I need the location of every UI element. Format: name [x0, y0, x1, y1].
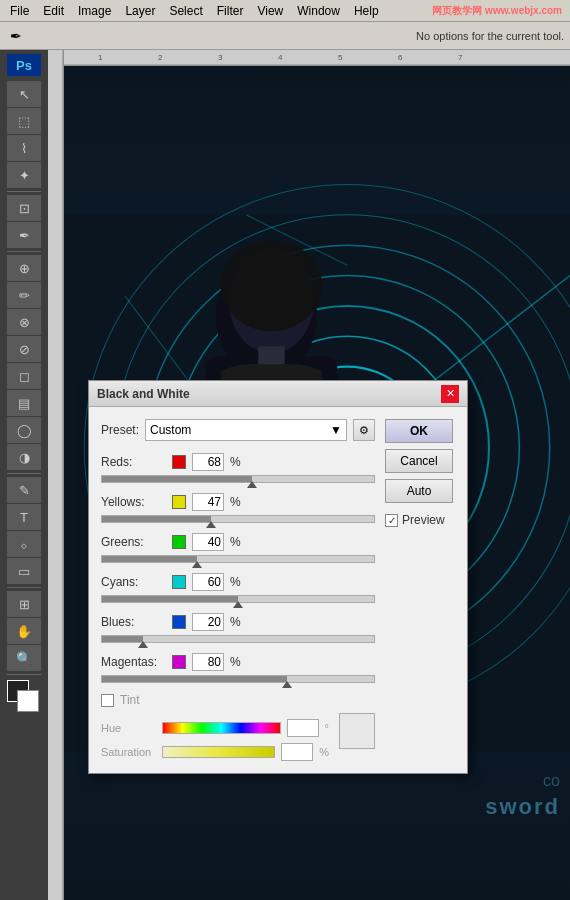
magentas-label: Magentas: — [101, 655, 166, 669]
magentas-value[interactable]: 80 — [192, 653, 224, 671]
dialog-controls: Preset: Custom ▼ ⚙ Reds: 68 % — [101, 419, 375, 761]
slider-reds-header: Reds: 68 % — [101, 453, 375, 471]
tool-zoom[interactable]: 🔍 — [7, 645, 41, 671]
slider-reds: Reds: 68 % — [101, 453, 375, 483]
tool-dodge[interactable]: ◑ — [7, 444, 41, 470]
slider-blues-header: Blues: 20 % — [101, 613, 375, 631]
slider-yellows: Yellows: 47 % — [101, 493, 375, 523]
ruler-vertical — [48, 50, 64, 900]
menu-filter[interactable]: Filter — [211, 2, 250, 20]
menu-file[interactable]: File — [4, 2, 35, 20]
eyedropper-icon: ✒ — [6, 26, 26, 46]
menu-help[interactable]: Help — [348, 2, 385, 20]
tool-brush[interactable]: ✏ — [7, 282, 41, 308]
tool-history[interactable]: ⊘ — [7, 336, 41, 362]
tool-divider-5 — [7, 674, 41, 675]
tool-shape[interactable]: ▭ — [7, 558, 41, 584]
tool-blur[interactable]: ◯ — [7, 417, 41, 443]
greens-thumb — [192, 561, 202, 568]
menu-image[interactable]: Image — [72, 2, 117, 20]
dialog-close-button[interactable]: ✕ — [441, 385, 459, 403]
tool-marquee[interactable]: ⬚ — [7, 108, 41, 134]
yellows-track[interactable] — [101, 515, 375, 523]
magentas-fill — [102, 676, 287, 682]
blues-value[interactable]: 20 — [192, 613, 224, 631]
yellows-label: Yellows: — [101, 495, 166, 509]
color-swatch-container — [7, 680, 41, 714]
hue-row: Hue ° — [101, 719, 329, 737]
tool-gradient[interactable]: ▤ — [7, 390, 41, 416]
blues-label: Blues: — [101, 615, 166, 629]
preset-config-button[interactable]: ⚙ — [353, 419, 375, 441]
tint-checkbox[interactable] — [101, 694, 114, 707]
magentas-track[interactable] — [101, 675, 375, 683]
cyans-track[interactable] — [101, 595, 375, 603]
tool-status: No options for the current tool. — [416, 30, 564, 42]
reds-value[interactable]: 68 — [192, 453, 224, 471]
blues-track[interactable] — [101, 635, 375, 643]
greens-swatch — [172, 535, 186, 549]
tool-eyedropper[interactable]: ✒ — [7, 222, 41, 248]
tool-clone[interactable]: ⊗ — [7, 309, 41, 335]
preset-select[interactable]: Custom ▼ — [145, 419, 347, 441]
tool-type[interactable]: T — [7, 504, 41, 530]
svg-text:4: 4 — [278, 53, 283, 62]
tint-label: Tint — [120, 693, 140, 707]
svg-text:1: 1 — [98, 53, 103, 62]
tool-lasso[interactable]: ⌇ — [7, 135, 41, 161]
preview-row: Preview — [385, 513, 455, 527]
cyans-value[interactable]: 60 — [192, 573, 224, 591]
hue-sat-controls: Hue ° Saturation — [101, 713, 329, 761]
tool-path[interactable]: ⬦ — [7, 531, 41, 557]
tool-eraser[interactable]: ◻ — [7, 363, 41, 389]
canvas-area: 1 2 3 4 5 6 7 — [48, 50, 570, 900]
ruler-horizontal: 1 2 3 4 5 6 7 — [48, 50, 570, 66]
menu-select[interactable]: Select — [163, 2, 208, 20]
dialog-titlebar: Black and White ✕ — [89, 381, 467, 407]
reds-pct: % — [230, 455, 241, 469]
toolbox: Ps ↖ ⬚ ⌇ ✦ ⊡ ✒ ⊕ ✏ ⊗ ⊘ ◻ ▤ ◯ ◑ ✎ T ⬦ ▭ ⊞… — [0, 50, 48, 900]
hue-slider-track[interactable] — [162, 722, 281, 734]
slider-greens: Greens: 40 % — [101, 533, 375, 563]
menu-edit[interactable]: Edit — [37, 2, 70, 20]
tool-heal[interactable]: ⊕ — [7, 255, 41, 281]
menu-layer[interactable]: Layer — [119, 2, 161, 20]
preview-checkbox[interactable] — [385, 514, 398, 527]
greens-value[interactable]: 40 — [192, 533, 224, 551]
preset-label: Preset: — [101, 423, 139, 437]
auto-button[interactable]: Auto — [385, 479, 453, 503]
menu-view[interactable]: View — [251, 2, 289, 20]
cancel-button[interactable]: Cancel — [385, 449, 453, 473]
slider-magentas: Magentas: 80 % — [101, 653, 375, 683]
black-and-white-dialog[interactable]: Black and White ✕ Preset: Custom ▼ ⚙ — [88, 380, 468, 774]
reds-fill — [102, 476, 252, 482]
tool-crop[interactable]: ⊡ — [7, 195, 41, 221]
background-color[interactable] — [17, 690, 39, 712]
tool-pen[interactable]: ✎ — [7, 477, 41, 503]
reds-track[interactable] — [101, 475, 375, 483]
dialog-buttons-panel: OK Cancel Auto Preview — [385, 419, 455, 761]
tool-move[interactable]: ↖ — [7, 81, 41, 107]
cyans-pct: % — [230, 575, 241, 589]
side-text-co: co — [543, 772, 560, 790]
svg-text:3: 3 — [218, 53, 223, 62]
preview-label: Preview — [402, 513, 445, 527]
hue-value[interactable] — [287, 719, 319, 737]
cyans-label: Cyans: — [101, 575, 166, 589]
tool-hand[interactable]: ✋ — [7, 618, 41, 644]
tool-divider-3 — [7, 473, 41, 474]
greens-track[interactable] — [101, 555, 375, 563]
menu-window[interactable]: Window — [291, 2, 346, 20]
ok-button[interactable]: OK — [385, 419, 453, 443]
reds-thumb — [247, 481, 257, 488]
magentas-thumb — [282, 681, 292, 688]
tool-divider-4 — [7, 587, 41, 588]
sat-value[interactable] — [281, 743, 313, 761]
preset-row: Preset: Custom ▼ ⚙ — [101, 419, 375, 441]
yellows-value[interactable]: 47 — [192, 493, 224, 511]
tool-wand[interactable]: ✦ — [7, 162, 41, 188]
tint-color-preview[interactable] — [339, 713, 375, 749]
tool-3d[interactable]: ⊞ — [7, 591, 41, 617]
sat-slider-track[interactable] — [162, 746, 275, 758]
hue-gradient — [163, 723, 280, 733]
